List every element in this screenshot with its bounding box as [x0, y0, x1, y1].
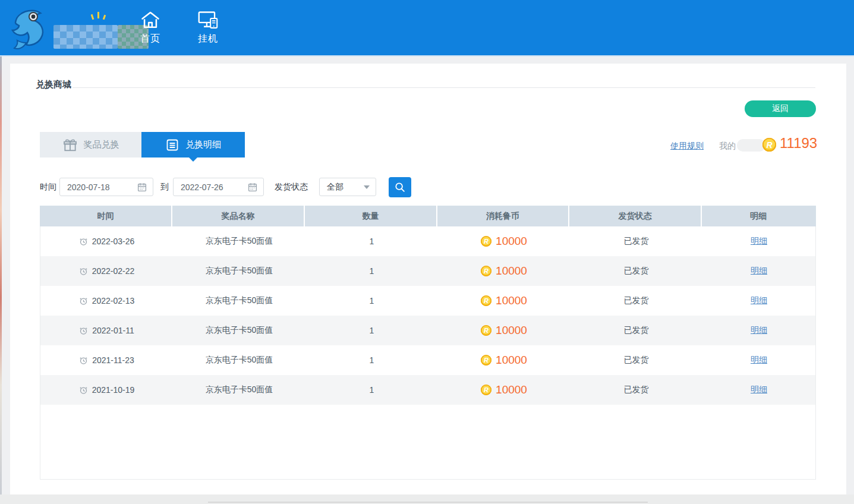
coin-icon: R: [481, 385, 491, 395]
row-detail-link[interactable]: 明细: [751, 236, 767, 247]
search-button[interactable]: [389, 177, 411, 197]
row-shipping-status: 已发货: [624, 266, 649, 276]
row-date: 2021-10-19: [92, 385, 135, 395]
back-button[interactable]: 返回: [745, 100, 816, 117]
date-from-input[interactable]: [60, 182, 137, 192]
row-quantity: 1: [370, 355, 374, 365]
row-prize-name: 京东电子卡50面值: [206, 236, 273, 247]
coin-icon: R: [481, 295, 491, 306]
dolphin-logo-icon: [8, 5, 51, 51]
row-detail-link[interactable]: 明细: [751, 266, 767, 276]
desktop-edge-strip: [0, 56, 2, 494]
exchange-table: 时间 奖品名称 数量 消耗鲁币 发货状态 明细 2022-03-26 京东电子卡…: [40, 206, 816, 480]
coin-icon: R: [481, 325, 491, 336]
header-prize-name: 奖品名称: [172, 206, 305, 226]
coin-icon: R: [481, 355, 491, 366]
row-prize-name: 京东电子卡50面值: [206, 266, 273, 276]
usage-rules-link[interactable]: 使用规则: [670, 141, 704, 152]
row-coins-spent: 10000: [496, 354, 527, 367]
page-title: 兑换商城: [36, 79, 71, 90]
chevron-down-icon: [364, 185, 370, 189]
row-quantity: 1: [370, 385, 374, 395]
tab-prize-exchange[interactable]: 奖品兑换: [40, 132, 141, 158]
calendar-icon[interactable]: [137, 182, 147, 193]
clock-icon: [79, 237, 88, 246]
header-shipping-status: 发货状态: [569, 206, 702, 226]
row-detail-link[interactable]: 明细: [751, 385, 767, 395]
row-shipping-status: 已发货: [624, 325, 649, 336]
home-icon: [140, 10, 160, 29]
titlebar: 首页 挂机 Hi: [0, 0, 854, 55]
row-date: 2022-03-26: [92, 237, 135, 246]
header-quantity: 数量: [305, 206, 437, 226]
table-row: 2022-02-22 京东电子卡50面值 1 R10000 已发货 明细: [40, 256, 815, 286]
shipping-status-filter-label: 发货状态: [275, 182, 308, 193]
row-detail-link[interactable]: 明细: [751, 325, 767, 336]
censored-currency-name: [737, 139, 765, 152]
clock-icon: [79, 297, 88, 305]
date-from-field[interactable]: [59, 178, 153, 196]
coin-icon: R: [481, 236, 491, 247]
date-to-input[interactable]: [174, 182, 247, 192]
row-quantity: 1: [370, 266, 374, 276]
my-balance-label: 我的: [719, 141, 736, 152]
sparkle-icon: [97, 12, 99, 18]
calendar-icon[interactable]: [247, 182, 258, 193]
list-icon: [165, 138, 179, 152]
clock-icon: [79, 267, 88, 276]
tab-exchange-details-label: 兑换明细: [185, 139, 221, 150]
row-coins-spent: 10000: [496, 264, 527, 278]
row-quantity: 1: [370, 237, 374, 246]
nav-home-label: 首页: [140, 33, 160, 45]
coin-icon: R: [481, 266, 491, 276]
tab-prize-exchange-label: 奖品兑换: [84, 139, 119, 150]
row-detail-link[interactable]: 明细: [751, 355, 767, 366]
table-row: 2022-03-26 京东电子卡50面值 1 R10000 已发货 明细: [40, 226, 815, 256]
sparkle-icon: [91, 14, 94, 20]
time-filter-label: 时间: [40, 182, 56, 193]
table-row: 2021-10-19 京东电子卡50面值 1 R10000 已发货 明细: [40, 375, 815, 405]
sparkle-icon: [103, 15, 106, 20]
row-date: 2021-11-23: [92, 355, 134, 365]
row-coins-spent: 10000: [496, 324, 527, 337]
coin-icon: R: [762, 138, 776, 152]
content-panel: 兑换商城 返回 奖品兑换 兑换明细 使用规则 我的 R: [10, 64, 846, 494]
row-coins-spent: 10000: [496, 383, 527, 396]
active-tab-arrow: [189, 158, 197, 162]
row-prize-name: 京东电子卡50面值: [206, 295, 273, 306]
nav-hangup[interactable]: 挂机: [187, 10, 229, 48]
title-divider: [73, 87, 815, 88]
row-quantity: 1: [370, 326, 374, 335]
table-body: 2022-03-26 京东电子卡50面值 1 R10000 已发货 明细 202…: [40, 226, 816, 480]
background-window-edge: [208, 502, 648, 503]
clock-icon: [79, 326, 88, 335]
date-to-field[interactable]: [173, 178, 264, 196]
table-row: 2021-11-23 京东电子卡50面值 1 R10000 已发货 明细: [40, 345, 815, 375]
tab-exchange-details[interactable]: 兑换明细: [141, 132, 245, 158]
row-shipping-status: 已发货: [624, 295, 649, 306]
row-detail-link[interactable]: 明细: [751, 295, 767, 306]
header-coins-spent: 消耗鲁币: [437, 206, 569, 226]
app-window: 首页 挂机 Hi: [0, 0, 854, 504]
row-quantity: 1: [370, 296, 374, 305]
censored-logo-text: [53, 25, 118, 49]
row-shipping-status: 已发货: [624, 355, 649, 366]
header-detail: 明细: [702, 206, 815, 226]
row-prize-name: 京东电子卡50面值: [206, 325, 273, 336]
row-coins-spent: 10000: [496, 294, 527, 307]
row-coins-spent: 10000: [496, 235, 527, 248]
row-date: 2022-02-13: [92, 296, 135, 305]
row-prize-name: 京东电子卡50面值: [206, 385, 273, 395]
nav-home[interactable]: 首页: [130, 10, 171, 48]
row-shipping-status: 已发货: [624, 236, 649, 247]
table-row: 2022-02-13 京东电子卡50面值 1 R10000 已发货 明细: [40, 286, 815, 316]
to-label: 到: [160, 182, 169, 193]
row-date: 2022-01-11: [92, 326, 134, 335]
table-row: 2022-01-11 京东电子卡50面值 1 R10000 已发货 明细: [40, 316, 815, 345]
nav-hangup-label: 挂机: [198, 33, 218, 45]
shipping-status-select[interactable]: 全部: [319, 178, 376, 196]
table-header-row: 时间 奖品名称 数量 消耗鲁币 发货状态 明细: [40, 206, 816, 226]
row-shipping-status: 已发货: [624, 385, 649, 395]
clock-icon: [79, 386, 88, 395]
header-time: 时间: [40, 206, 172, 226]
